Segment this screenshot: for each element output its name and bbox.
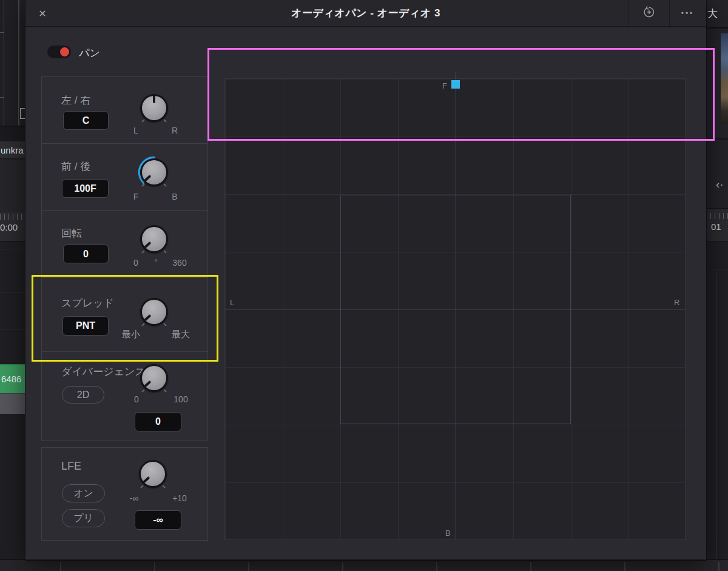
- lfe-value[interactable]: -∞: [135, 510, 181, 530]
- section-label: LFE: [61, 460, 81, 473]
- ruler-ticks: [0, 214, 25, 220]
- grid-back-label: B: [445, 529, 451, 538]
- dialog-title: オーディオパン - オーディオ 3: [25, 0, 706, 26]
- section-lfe: LFE オン プリ -∞ +10 -∞: [41, 447, 208, 541]
- section-label: スプレッド: [61, 296, 114, 310]
- knob-min-label: 0: [133, 258, 138, 268]
- section-label: 前 / 後: [61, 160, 90, 174]
- spread-value[interactable]: PNT: [62, 316, 109, 336]
- spread-knob[interactable]: [137, 295, 171, 329]
- knob-min-label: F: [133, 192, 139, 201]
- grid-inner-room: [340, 195, 571, 424]
- lfe-pre-button[interactable]: プリ: [62, 509, 105, 527]
- timeline-audio-clip-green[interactable]: 6486: [0, 364, 25, 393]
- section-divergence: ダイバージェンス 2D 0 100 0: [41, 351, 208, 441]
- toggle-knob: [60, 47, 69, 56]
- timeline-ruler-right: 01: [706, 208, 728, 242]
- section-label: 回転: [61, 226, 82, 240]
- left-right-value[interactable]: C: [63, 111, 109, 130]
- grid-right-label: R: [674, 298, 679, 307]
- background-panel-edge: [0, 0, 25, 126]
- divergence-2d-button[interactable]: 2D: [62, 386, 104, 404]
- divergence-value[interactable]: 0: [135, 412, 181, 431]
- timeline-clip-gray[interactable]: [0, 393, 25, 414]
- pan-position-grid[interactable]: F L R B: [224, 78, 686, 540]
- rotation-value[interactable]: 0: [63, 245, 109, 263]
- video-thumbnail: [721, 33, 728, 124]
- section-rotation: 回転 0 0 ° 360: [41, 210, 208, 277]
- timecode: 0:00: [0, 222, 18, 232]
- dialog-titlebar: オーディオパン - オーディオ 3 ✕ •••: [25, 0, 706, 27]
- section-left-right: 左 / 右 C L R: [41, 76, 208, 144]
- grid-left-label: L: [230, 298, 234, 307]
- section-front-back: 前 / 後 100F F B: [41, 143, 208, 211]
- timeline-clip-name[interactable]: unkra: [0, 141, 25, 159]
- rotation-knob[interactable]: [137, 222, 171, 256]
- knob-min-label: 最小: [122, 329, 140, 340]
- section-spread: スプレッド PNT 最小 最大: [41, 277, 208, 352]
- knob-max-label: R: [172, 126, 178, 135]
- knob-min-label: -∞: [130, 493, 139, 503]
- ruler-ticks: [706, 213, 728, 219]
- pan-position-marker[interactable]: [451, 80, 460, 89]
- knob-max-label: 最大: [172, 329, 190, 340]
- audio-pan-dialog: オーディオパン - オーディオ 3 ✕ ••• パン 左 / 右: [25, 0, 706, 559]
- pan-toggle-label: パン: [79, 46, 100, 60]
- knob-min-label: 0: [134, 394, 139, 404]
- front-back-value[interactable]: 100F: [62, 179, 109, 198]
- reset-button[interactable]: [629, 0, 669, 26]
- grid-front-label: F: [442, 81, 447, 90]
- lfe-knob[interactable]: [136, 457, 170, 491]
- section-label: ダイバージェンス: [61, 365, 146, 379]
- divergence-knob[interactable]: [137, 361, 171, 395]
- reset-icon: [642, 5, 656, 21]
- left-right-knob[interactable]: [137, 91, 171, 125]
- zoom-label: 最大: [706, 7, 718, 21]
- lfe-on-button[interactable]: オン: [62, 484, 105, 502]
- pan-enable-toggle[interactable]: [47, 46, 71, 58]
- knob-min-label: L: [133, 126, 138, 135]
- knob-max-label: B: [172, 192, 177, 201]
- grid-top-tick: [456, 72, 456, 79]
- timecode: 01: [711, 221, 721, 232]
- close-icon[interactable]: ✕: [32, 0, 53, 27]
- options-menu-icon[interactable]: •••: [669, 0, 706, 26]
- knob-max-label: +10: [172, 493, 187, 503]
- section-label: 左 / 右: [61, 93, 90, 107]
- knob-max-label: 100: [174, 394, 187, 404]
- background-timeline-bottom: [0, 559, 728, 571]
- screen: unkra 0:00 6486 最大 ‹· 01: [0, 0, 728, 571]
- collapse-chevron-icon[interactable]: ‹·: [716, 178, 724, 191]
- front-back-knob[interactable]: [137, 155, 171, 189]
- background-timeline-left: unkra 0:00 6486: [0, 0, 25, 571]
- knob-unit-label: °: [155, 258, 158, 266]
- timeline-ruler-left: 0:00: [0, 212, 25, 242]
- knob-max-label: 360: [172, 258, 186, 268]
